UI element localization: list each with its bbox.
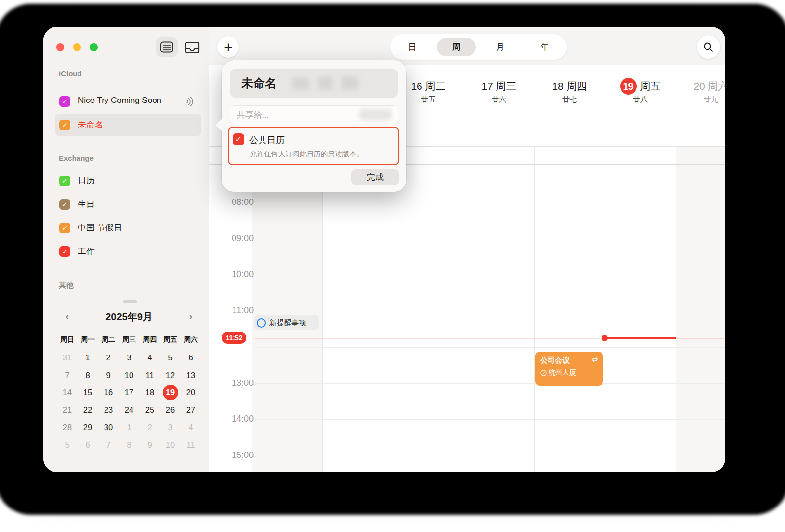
day-header[interactable]: 19周五 xyxy=(605,77,676,95)
view-tab-4[interactable]: 年 xyxy=(523,34,567,60)
mini-day[interactable]: 2 xyxy=(98,349,119,367)
inbox-button[interactable] xyxy=(183,39,202,56)
mini-day[interactable]: 5 xyxy=(57,436,78,454)
mini-day[interactable]: 15 xyxy=(78,384,98,402)
mini-day[interactable]: 10 xyxy=(119,367,139,384)
mini-day[interactable]: 18 xyxy=(139,384,160,402)
mini-day[interactable]: 29 xyxy=(78,419,98,436)
hour-label: 13:00 xyxy=(209,378,254,388)
calendar-name-field[interactable]: 未命名 xyxy=(230,69,398,98)
mini-next-month-button[interactable]: › xyxy=(181,310,201,323)
sidebar-calendar-item[interactable]: ✓日历 xyxy=(55,170,201,192)
calendar-checkbox[interactable]: ✓ xyxy=(59,246,70,257)
mini-day[interactable]: 11 xyxy=(181,436,201,454)
mini-calendar: ‹ 2025年9月 › 周日周一周二周三周四周五周六 3112345678910… xyxy=(57,310,201,454)
mini-day[interactable]: 16 xyxy=(98,384,119,402)
reminder-item[interactable]: 新提醒事项 xyxy=(254,315,319,330)
sidebar-calendar-item[interactable]: ✓Nice Try Coming Soon xyxy=(55,90,201,113)
search-icon xyxy=(703,41,714,53)
zoom-button[interactable] xyxy=(90,43,98,51)
mini-day[interactable]: 3 xyxy=(119,349,139,367)
mini-day[interactable]: 30 xyxy=(98,419,119,436)
mini-day[interactable]: 24 xyxy=(119,402,139,419)
day-gridline xyxy=(676,146,676,472)
mini-day[interactable]: 9 xyxy=(139,436,160,454)
day-weekday-label: 周五 xyxy=(640,79,661,93)
mini-day-grid: 3112345678910111213141516171819202122232… xyxy=(57,349,201,454)
mini-day[interactable]: 1 xyxy=(119,419,139,436)
day-date-label: 16 周二 xyxy=(411,79,445,93)
reminder-circle-icon[interactable] xyxy=(257,318,266,328)
search-button[interactable] xyxy=(697,35,720,59)
mini-day[interactable]: 10 xyxy=(160,436,181,454)
calendar-item-label: 未命名 xyxy=(78,119,103,130)
mini-day[interactable]: 23 xyxy=(98,402,119,419)
calendar-checkbox[interactable]: ✓ xyxy=(59,176,70,186)
mini-day[interactable]: 4 xyxy=(181,419,201,436)
hour-gridline xyxy=(255,456,725,456)
hour-gridline xyxy=(255,311,725,311)
mini-day[interactable]: 7 xyxy=(98,436,119,454)
shared-calendar-icon xyxy=(184,97,195,106)
mini-day[interactable]: 19 xyxy=(160,384,181,402)
done-button[interactable]: 完成 xyxy=(351,169,399,185)
mini-day[interactable]: 11 xyxy=(139,367,160,384)
sidebar-calendar-item[interactable]: ✓未命名 xyxy=(55,114,201,136)
sidebar-calendar-item[interactable]: ✓生日 xyxy=(55,193,201,216)
hour-label: 10:00 xyxy=(209,269,254,279)
sidebar-calendar-item[interactable]: ✓中国 节假日 xyxy=(55,217,201,239)
mini-day[interactable]: 8 xyxy=(78,367,98,384)
mini-day[interactable]: 2 xyxy=(139,419,160,436)
add-event-button[interactable]: + xyxy=(217,36,239,58)
mini-day[interactable]: 26 xyxy=(160,402,181,419)
view-tab-1[interactable]: 日 xyxy=(390,34,434,60)
hour-label: 11:00 xyxy=(209,305,254,316)
calendar-window: ‹ 2025年9月 › 周日周一周二周三周四周五周六 3112345678910… xyxy=(43,27,725,472)
mini-day[interactable]: 3 xyxy=(160,419,181,436)
hour-gridline xyxy=(255,275,725,275)
current-time-dot xyxy=(602,335,608,341)
mini-day[interactable]: 7 xyxy=(57,367,78,384)
day-gridline xyxy=(605,146,605,472)
mini-day[interactable]: 5 xyxy=(160,349,181,367)
view-tab-2[interactable]: 周 xyxy=(434,34,478,60)
view-tab-3[interactable]: 月 xyxy=(478,34,523,60)
minimize-button[interactable] xyxy=(73,43,81,51)
day-date-label: 17 周三 xyxy=(481,79,516,93)
mini-day[interactable]: 6 xyxy=(78,436,98,454)
mini-day[interactable]: 9 xyxy=(98,367,119,384)
calendar-list-toggle-button[interactable] xyxy=(156,37,178,57)
mini-day[interactable]: 31 xyxy=(57,349,78,367)
mini-day[interactable]: 8 xyxy=(119,436,139,454)
mini-day[interactable]: 20 xyxy=(181,384,201,402)
day-lunar-label: 廿九 xyxy=(676,95,725,104)
public-calendar-checkbox[interactable]: ✓ xyxy=(233,133,244,145)
mini-day[interactable]: 6 xyxy=(181,349,201,367)
sidebar-calendar-item[interactable]: ✓工作 xyxy=(55,240,201,263)
mini-day[interactable]: 4 xyxy=(139,349,160,367)
mini-day[interactable]: 14 xyxy=(57,384,78,402)
repeat-icon xyxy=(591,356,599,363)
reminder-label: 新提醒事项 xyxy=(269,318,306,328)
calendar-checkbox[interactable]: ✓ xyxy=(59,223,70,233)
mini-day[interactable]: 25 xyxy=(139,402,160,419)
mini-day[interactable]: 27 xyxy=(181,402,201,419)
mini-day[interactable]: 28 xyxy=(57,419,78,436)
calendar-checkbox[interactable]: ✓ xyxy=(59,199,70,210)
close-button[interactable] xyxy=(56,43,64,51)
mini-day[interactable]: 22 xyxy=(78,402,98,419)
mini-day[interactable]: 13 xyxy=(181,367,201,384)
event-card[interactable]: 公司会议 杭州大厦 xyxy=(535,352,603,386)
mini-day[interactable]: 21 xyxy=(57,402,78,419)
day-header[interactable]: 18 周四 xyxy=(534,77,605,95)
calendar-checkbox[interactable]: ✓ xyxy=(59,120,70,130)
day-header[interactable]: 17 周三 xyxy=(464,77,534,95)
mini-day[interactable]: 17 xyxy=(119,384,139,402)
sidebar-resize-handle[interactable] xyxy=(123,300,137,303)
hour-gridline xyxy=(255,239,725,239)
mini-day[interactable]: 1 xyxy=(78,349,98,367)
mini-day[interactable]: 12 xyxy=(160,367,181,384)
calendar-checkbox[interactable]: ✓ xyxy=(59,96,70,107)
mini-weekday-label: 周日 xyxy=(57,335,78,347)
day-header[interactable]: 20 周六 xyxy=(676,77,725,95)
